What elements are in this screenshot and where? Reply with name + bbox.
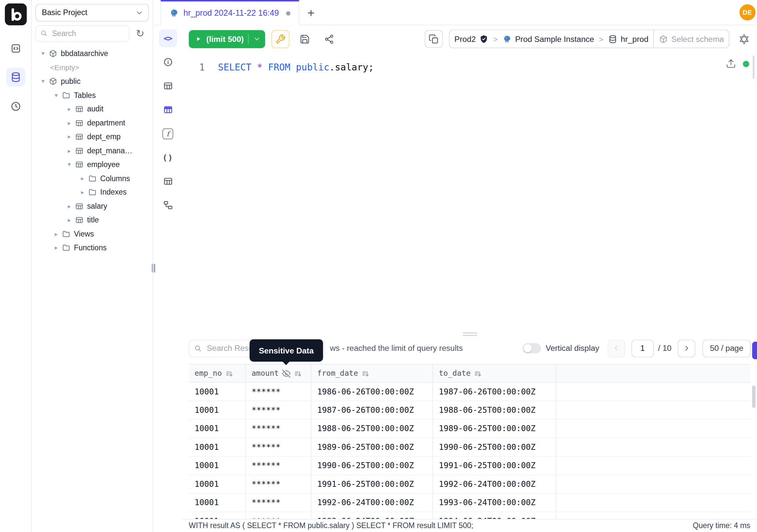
panel-function-button[interactable]: f	[159, 124, 177, 142]
caret-open-icon[interactable]: ▾	[52, 92, 60, 99]
sql-editor[interactable]: 1 SELECT * FROM public.salary;	[182, 52, 757, 331]
tab-hr-prod[interactable]: hr_prod 2024-11-22 16:49	[161, 0, 299, 25]
sort-icon[interactable]	[225, 370, 232, 377]
tree-item-department[interactable]: ▸ department	[32, 116, 153, 130]
database-icon	[608, 34, 617, 44]
results-scrollbar[interactable]	[752, 386, 755, 408]
sidebar-resize-handle[interactable]	[150, 262, 156, 274]
instance-segment[interactable]: Prod Sample Instance	[498, 34, 599, 44]
panel-resize-handle[interactable]	[182, 331, 757, 337]
sql-code-line: SELECT * FROM public.salary;	[218, 61, 374, 331]
column-header-to-date[interactable]: to_date	[433, 364, 556, 382]
ai-assistant-button[interactable]	[736, 31, 752, 47]
bytebase-logo[interactable]	[5, 3, 27, 25]
caret-closed-icon[interactable]: ▸	[65, 217, 73, 223]
sidebar-search-row: ↻	[35, 25, 149, 42]
caret-open-icon[interactable]: ▾	[65, 162, 73, 168]
caret-closed-icon[interactable]: ▸	[65, 106, 73, 112]
chevron-down-icon[interactable]	[253, 35, 261, 43]
tree-item-title[interactable]: ▸ title	[32, 213, 153, 227]
upload-button[interactable]	[725, 58, 737, 70]
share-button[interactable]	[320, 30, 338, 48]
panel-table-button[interactable]	[159, 77, 177, 95]
postgres-icon	[502, 34, 512, 44]
avatar[interactable]: DE	[740, 4, 756, 20]
panel-table2-button[interactable]	[159, 172, 177, 190]
new-tab-button[interactable]: +	[299, 0, 322, 25]
tree-item-public[interactable]: ▾ public	[32, 74, 153, 88]
panel-table-colored-button[interactable]	[159, 101, 177, 119]
prev-page-button[interactable]	[607, 339, 625, 357]
sort-icon[interactable]	[361, 370, 369, 377]
side-panel-strip[interactable]	[752, 342, 757, 359]
refresh-button[interactable]: ↻	[131, 25, 149, 42]
executed-sql: WITH result AS ( SELECT * FROM public.sa…	[189, 521, 473, 530]
eye-off-icon[interactable]	[282, 369, 290, 377]
caret-closed-icon[interactable]: ▸	[78, 175, 86, 182]
project-select[interactable]: Basic Project	[35, 4, 149, 21]
table-icon	[75, 160, 84, 169]
tree-item-tables[interactable]: ▾ Tables	[32, 88, 153, 102]
table-row: 10001******1987-06-26T00:00:00Z1988-06-2…	[189, 401, 751, 419]
tree-item-columns[interactable]: ▸ Columns	[32, 172, 153, 185]
tree-item-dept-emp[interactable]: ▸ dept_emp	[32, 130, 153, 144]
database-segment[interactable]: hr_prod	[603, 34, 653, 44]
caret-closed-icon[interactable]: ▸	[65, 148, 73, 154]
tree-item-audit[interactable]: ▸ audit	[32, 102, 153, 116]
sort-icon[interactable]	[294, 370, 301, 377]
editor-scrollbar[interactable]	[753, 55, 755, 78]
tree-item-employee[interactable]: ▾ employee	[32, 158, 153, 171]
vertical-display-toggle[interactable]	[522, 343, 541, 354]
chevron-right-icon	[682, 344, 690, 353]
table-icon	[75, 202, 84, 211]
package-icon	[49, 49, 58, 58]
tree-item-views[interactable]: ▸ Views	[32, 227, 153, 241]
caret-closed-icon[interactable]: ▸	[65, 134, 73, 140]
shield-icon	[479, 34, 489, 44]
page-size-select[interactable]: 50 / page	[703, 339, 751, 357]
caret-closed-icon[interactable]: ▸	[78, 189, 86, 196]
column-header-amount[interactable]: amount	[246, 364, 311, 382]
connection-breadcrumb: Prod2 > Prod Sample Instance > hr_prod	[449, 30, 729, 48]
unsaved-dot-icon	[286, 11, 290, 15]
tree-item-bbdataarchive[interactable]: ▾ bbdataarchive	[32, 47, 153, 61]
table-row: 10001******1990-06-25T00:00:00Z1991-06-2…	[189, 457, 751, 475]
copy-connection-button[interactable]	[425, 30, 443, 47]
environment-segment[interactable]: Prod2	[449, 34, 494, 44]
panel-procedure-button[interactable]: ()	[159, 148, 177, 167]
next-page-button[interactable]	[678, 339, 695, 357]
caret-open-icon[interactable]: ▾	[39, 51, 47, 57]
admin-wrench-button[interactable]	[271, 30, 289, 48]
rail-sql-editor-button[interactable]	[6, 39, 25, 58]
caret-open-icon[interactable]: ▾	[39, 78, 47, 84]
sidebar-search-input[interactable]	[35, 25, 129, 42]
tree-item-indexes[interactable]: ▸ Indexes	[32, 185, 153, 199]
panel-info-button[interactable]	[159, 53, 177, 71]
status-bar: WITH result AS ( SELECT * FROM public.sa…	[182, 519, 757, 532]
instance-name: Prod Sample Instance	[515, 34, 594, 44]
sort-icon[interactable]	[474, 370, 481, 377]
panel-diagram-button[interactable]	[159, 196, 177, 214]
upload-icon	[726, 58, 736, 69]
caret-closed-icon[interactable]: ▸	[65, 203, 73, 209]
caret-closed-icon[interactable]: ▸	[65, 120, 73, 126]
column-header-from-date[interactable]: from_date	[311, 364, 433, 382]
save-button[interactable]	[296, 30, 314, 48]
run-label: (limit 500)	[206, 34, 244, 44]
table-icon	[163, 176, 173, 186]
tree-item-functions[interactable]: ▸ Functions	[32, 241, 153, 255]
folder-icon	[62, 230, 71, 238]
run-query-button[interactable]: (limit 500)	[189, 30, 265, 48]
page-number-input[interactable]	[631, 339, 653, 357]
panel-code-button[interactable]: <>	[159, 29, 177, 47]
schema-select[interactable]: Select schema	[654, 34, 729, 44]
column-header-emp-no[interactable]: emp_no	[189, 364, 246, 382]
chevron-down-icon	[135, 9, 143, 17]
rail-database-button[interactable]	[6, 68, 25, 87]
caret-closed-icon[interactable]: ▸	[52, 245, 60, 251]
rail-history-button[interactable]	[6, 97, 25, 116]
table-row: 10001******1989-06-25T00:00:00Z1990-06-2…	[189, 438, 751, 456]
caret-closed-icon[interactable]: ▸	[52, 231, 60, 237]
tree-item-dept-manager[interactable]: ▸ dept_mana…	[32, 144, 153, 158]
tree-item-salary[interactable]: ▸ salary	[32, 199, 153, 213]
